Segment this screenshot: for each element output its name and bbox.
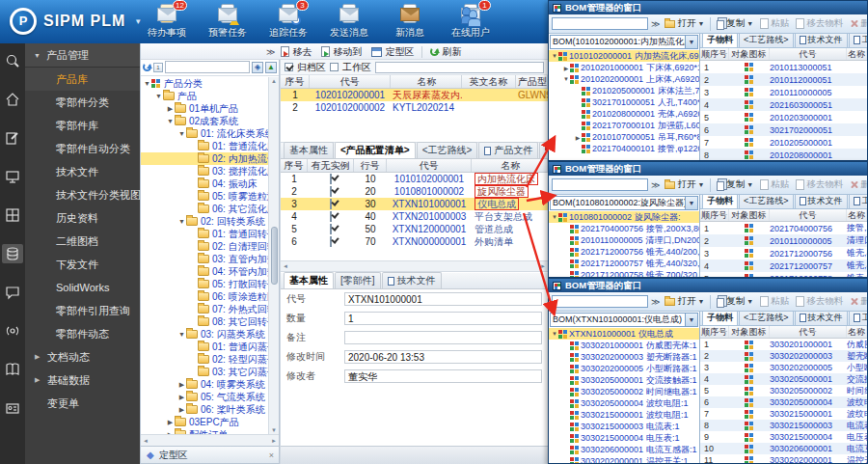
collapse-left-icon[interactable]: ≫ [266, 47, 275, 57]
tree-expander-icon[interactable]: ▶ [562, 65, 570, 71]
chevron-down-icon[interactable]: ▼ [134, 17, 142, 26]
table-row[interactable]: 2 2010112000051 [700, 73, 867, 86]
grid-icon[interactable] [2, 205, 23, 225]
tree-node[interactable]: 05: 喷雾造粒流化床 [141, 190, 268, 203]
tree-expander-icon[interactable]: ▼ [143, 80, 151, 87]
tree-node[interactable]: 05: 打散回转干燥机 [141, 278, 268, 290]
table-row[interactable]: 5 2021712000758 锥壳,700/3 [700, 272, 867, 277]
bom-tree-node[interactable]: 3030215000004电压表:1 [549, 432, 699, 444]
expand-button[interactable]: ▲ [265, 62, 277, 73]
tab-parts[interactable]: [零部件] [335, 272, 381, 288]
tree-expander-icon[interactable]: ▼ [166, 118, 175, 124]
edit-icon[interactable] [2, 128, 23, 148]
instance-checkbox[interactable] [330, 211, 332, 222]
bom-tree-node[interactable]: 2021712000757锥壳,440/320,140,3 [549, 258, 699, 269]
form-value-field[interactable] [344, 331, 542, 344]
bom-tree-node[interactable]: ▶ 2010201000001下床体,6920*1312*2510,6(4):1 [549, 62, 699, 73]
tree-horizontal-scrollbar[interactable]: ◄► [141, 434, 279, 446]
instance-checkbox[interactable] [330, 186, 332, 197]
tree-node[interactable]: ▼ 产品分类 [141, 77, 268, 90]
table-row[interactable]: 1 2021704000756 接管,200X3 [700, 222, 867, 234]
table-row[interactable]: 6 3021702000051 [700, 123, 867, 136]
tree-expander-icon[interactable]: ▼ [154, 93, 163, 99]
open-button[interactable]: 打开▼ [663, 178, 706, 191]
bom-tree-node[interactable]: 2021712000756锥壳,440/200,270,3 [549, 246, 699, 258]
remove-material-button[interactable]: 移去物料 [794, 178, 845, 191]
tree-node[interactable]: 02: 内加热流化床 [141, 152, 268, 165]
copy-button[interactable]: 复制▼ [715, 17, 755, 30]
tree-expander-icon[interactable]: ▶ [166, 105, 175, 113]
table-row[interactable]: 3 2021712000756 锥壳,440/2 [700, 247, 867, 259]
chevron-down-icon[interactable]: ▼ [685, 36, 697, 48]
table-row[interactable]: 9 3030215000004 电压表 [700, 431, 867, 443]
bom-tree-node[interactable]: 2021704000756接管,200X3,80:1 [549, 223, 699, 234]
menu-item[interactable]: 二维图档 [25, 230, 140, 253]
top-action-button[interactable]: 预警任务 [203, 4, 252, 40]
tree-node[interactable]: 01: 普通闪蒸干燥机 [141, 341, 268, 353]
open-button[interactable]: 打开▼ [663, 295, 706, 308]
form-value-field[interactable]: XTXN101000001 [344, 292, 542, 306]
refresh-button[interactable]: 刷新 [426, 45, 465, 59]
tree-node[interactable]: ▼ 02: 回转类系统 [141, 215, 268, 228]
instance-checkbox[interactable] [330, 199, 332, 209]
table-row[interactable]: 5 2010203000001 [700, 111, 867, 123]
bom-tree-node[interactable]: 2021704000101接管,φ1220*4.298:1 [549, 143, 699, 154]
tree-node[interactable]: 01: 普通回转干燥机 [141, 228, 268, 240]
menu-item[interactable]: 零部件动态 [25, 322, 140, 345]
table-row[interactable]: 8 3030215000003 电流表 [700, 420, 867, 431]
table-row[interactable]: 6 3030205000004 波纹电阻 [700, 396, 867, 408]
table-row[interactable]: 4 2021712000757 锥壳,440/3 [700, 259, 867, 272]
bom-selector-dropdown[interactable]: BOM(XTXN101000001:仪电总成) ▼ [550, 313, 698, 327]
bom-tree-node[interactable]: ▼ 1010102000001内加热流化床,6920*1312,GLWN9: [549, 50, 699, 62]
tab-tech-files[interactable]: 技术文件 [795, 312, 848, 325]
bom-tree-node[interactable]: 3030215000003电流表:1 [549, 421, 699, 432]
tree-node[interactable]: 04: 环管内加热回转干燥 [141, 265, 268, 278]
table-row[interactable]: 4 3030205000001 交流接触器 [700, 373, 867, 385]
table-row[interactable]: 6 70 XTXN000000001 外购清单 [281, 235, 548, 248]
menu-item[interactable]: 下发文件 [25, 253, 140, 276]
move-to-button[interactable]: 移动到 [317, 45, 366, 59]
bom-tree-node[interactable]: 2010208000001壳体,A6920*2400(1312)*2700,1 [549, 108, 699, 120]
filter-input[interactable] [375, 62, 544, 73]
remove-material-button[interactable]: 移去物料 [794, 17, 845, 30]
workspace-checkbox[interactable] [330, 63, 339, 71]
open-button[interactable]: 打开▼ [663, 17, 706, 30]
tab-basic-props[interactable]: 基本属性 [284, 272, 334, 288]
tree-node[interactable]: 02: 轻型闪蒸干燥机 [141, 353, 268, 366]
bom-selector-dropdown[interactable]: BOM(1010102000001:内加热流化床,6920*1312,GL ▼ [550, 35, 698, 49]
top-action-button[interactable]: 12 待办事项 [143, 4, 191, 40]
menu-item[interactable]: 零部件库 [25, 114, 140, 137]
delete-button[interactable]: 删除 [848, 17, 867, 30]
tab-process-route[interactable]: <工艺路线> [417, 142, 478, 158]
menu-item[interactable]: SolidWorks [25, 276, 140, 299]
table-row[interactable]: 4 2021603000051 [700, 98, 867, 111]
collapse-icon[interactable]: ≫ [651, 297, 660, 307]
search-icon[interactable] [2, 51, 23, 70]
tree-node[interactable]: 03: 直管内加热回转干燥 [141, 253, 268, 265]
copy-button[interactable]: 复制▼ [715, 295, 755, 308]
menu-item[interactable]: 零部件分类 [25, 91, 140, 114]
form-value-field[interactable]: 2020-06-20 13:53 [344, 350, 542, 364]
table-row[interactable]: 2 20 1010801000002 旋风除尘器 [281, 185, 548, 198]
close-icon[interactable]: × [269, 450, 274, 460]
tree-node[interactable]: 08: 其它回转干燥机 [141, 315, 268, 328]
menu-item[interactable]: 历史资料 [25, 206, 140, 230]
tree-node[interactable]: 01: 普通流化床 [141, 140, 268, 152]
tab-tech-files[interactable]: 技术文件 [795, 34, 848, 47]
tree-expander-icon[interactable]: ▶ [166, 419, 175, 426]
bom-tree-node[interactable]: 3030205000004波纹电阻:1 [549, 397, 699, 409]
tree-expander-icon[interactable]: ▶ [574, 134, 582, 141]
bom-tree-node[interactable]: 3030202000003塑壳断路器:1 [549, 351, 699, 363]
bom-tree-node[interactable]: 2010110000005清理口,DN200:1 [549, 234, 699, 246]
bom-tree-node[interactable]: 2021707000101加强筋,L60*30,7700:1 [549, 120, 699, 131]
tab-process-route[interactable]: <工艺路线> [739, 34, 794, 47]
tree-node[interactable]: 03: 搅拌流化床 [141, 165, 268, 177]
table-row[interactable]: 2 1020102000002 KYTL2020214 [281, 101, 548, 114]
tree-expander-icon[interactable]: ▼ [551, 331, 558, 337]
tab-tech-files[interactable]: 技术文件 [382, 272, 442, 288]
tree-node[interactable]: 06: 其它流化床 [141, 203, 268, 215]
tab-process[interactable]: 工艺 [849, 195, 867, 208]
tree-node[interactable]: 03: 其它闪蒸干燥机 [141, 366, 268, 378]
chevron-down-icon[interactable]: ▼ [685, 314, 697, 326]
tab-process-route[interactable]: <工艺路线> [739, 312, 794, 325]
